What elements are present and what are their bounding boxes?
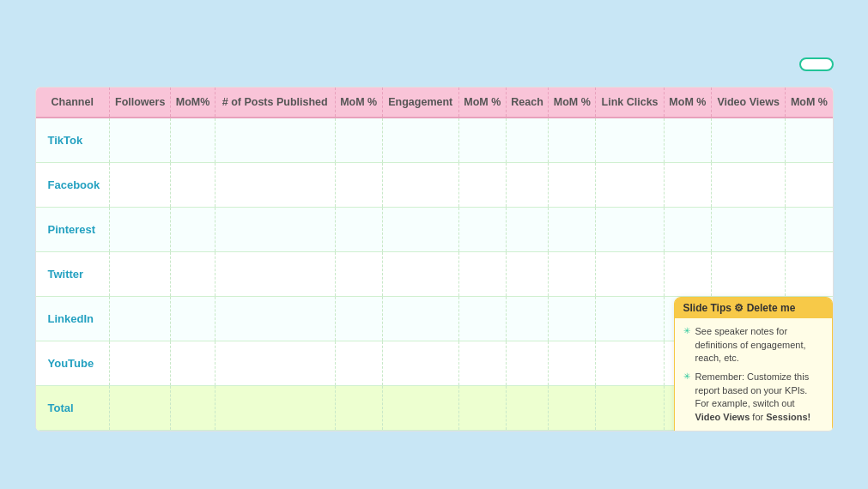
total-label: Total [36,386,110,431]
total-cell [382,386,458,431]
table-cell [506,163,548,208]
table-cell [458,163,506,208]
table-cell [664,118,711,163]
table-cell [382,341,458,386]
table-cell [549,252,596,297]
channel-twitter: Twitter [36,252,110,297]
table-cell [506,252,548,297]
total-cell [215,386,335,431]
table-row: Pinterest [36,208,833,252]
table-cell [110,252,171,297]
table-cell [171,163,215,208]
table-row: TikTok [36,118,833,163]
header-mom--: MoM % [664,88,711,118]
table-cell [458,297,506,341]
total-cell [110,386,171,431]
total-cell [549,386,596,431]
table-cell [335,341,382,386]
table-cell [171,118,215,163]
table-cell [335,118,382,163]
table-cell [171,208,215,252]
table-row: Twitter [36,252,833,297]
table-cell [506,341,548,386]
table-cell [215,341,335,386]
table-cell [506,118,548,163]
table-cell [458,252,506,297]
header-mom--: MoM % [458,88,506,118]
channel-linkedin: LinkedIn [36,297,110,341]
table-cell [171,252,215,297]
table-cell [664,163,711,208]
header-mom--: MoM % [549,88,596,118]
table-cell [506,208,548,252]
table-cell [596,252,664,297]
table-cell [549,163,596,208]
table-cell [335,297,382,341]
table-cell [664,208,711,252]
table-cell [786,118,833,163]
table-cell [596,297,664,341]
table-cell [215,118,335,163]
table-cell [596,208,664,252]
table-cell [215,297,335,341]
header-reach: Reach [506,88,548,118]
table-cell [215,252,335,297]
table-cell [596,118,664,163]
header-engagement: Engagement [382,88,458,118]
table-cell [110,341,171,386]
header-mom--: MoM % [786,88,833,118]
header-followers: Followers [110,88,171,118]
channel-pinterest: Pinterest [36,208,110,252]
performance-table: ChannelFollowersMoM%# of Posts Published… [35,87,834,432]
header-video-views: Video Views [711,88,785,118]
table-cell [110,163,171,208]
table-cell [596,163,664,208]
total-cell [171,386,215,431]
table-cell [549,208,596,252]
table-cell [110,118,171,163]
table-cell [215,208,335,252]
header-mom-: MoM% [171,88,215,118]
slide-tips-list: See speaker notes for definitions of eng… [683,325,822,424]
table-cell [382,208,458,252]
table-cell [711,163,785,208]
platform-badge[interactable] [799,57,834,71]
table-cell [711,208,785,252]
table-cell [549,341,596,386]
table-cell [110,208,171,252]
table-cell [335,208,382,252]
table-cell [596,341,664,386]
header-channel: Channel [36,88,110,118]
table-cell [110,297,171,341]
slide-tips-header: Slide Tips ⚙ Delete me [675,298,832,318]
table-cell [171,297,215,341]
table-cell [786,208,833,252]
table-cell [549,297,596,341]
table-cell [786,163,833,208]
total-cell [458,386,506,431]
header---of-posts-published: # of Posts Published [215,88,335,118]
table-cell [382,252,458,297]
table-row: Facebook [36,163,833,208]
table-cell [711,118,785,163]
total-cell [506,386,548,431]
table-cell [506,297,548,341]
table-cell [171,341,215,386]
table-cell [458,341,506,386]
slide-tips-panel: Slide Tips ⚙ Delete me See speaker notes… [674,297,833,432]
slide-tip-item-1: See speaker notes for definitions of eng… [683,325,822,365]
table-cell [335,252,382,297]
table-cell [382,297,458,341]
total-cell [335,386,382,431]
channel-youtube: YouTube [36,341,110,386]
table-cell [549,118,596,163]
table-cell [786,252,833,297]
channel-tiktok: TikTok [36,118,110,163]
slide-tip-item-2: Remember: Customize this report based on… [683,371,822,424]
table-cell [335,163,382,208]
table-cell [215,163,335,208]
table-cell [382,118,458,163]
table-cell [711,252,785,297]
table-cell [382,163,458,208]
header-link-clicks: Link Clicks [596,88,664,118]
